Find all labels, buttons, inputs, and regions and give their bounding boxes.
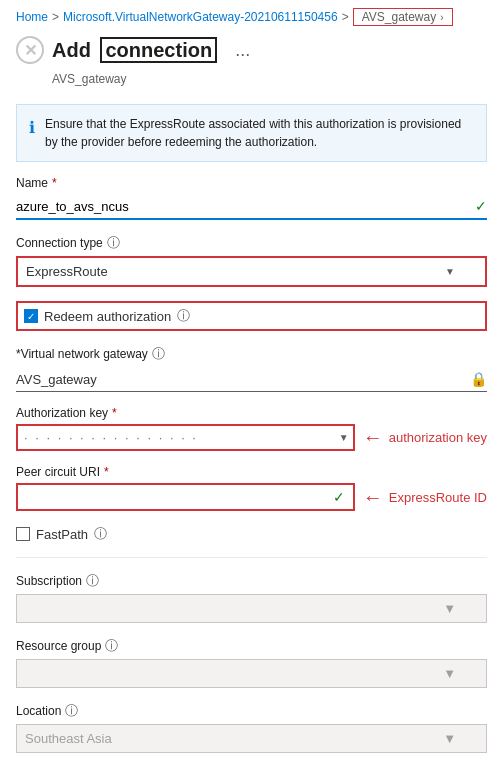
- peer-circuit-group: Peer circuit URI * ✓ ← ExpressRoute ID: [16, 465, 487, 511]
- vnet-gateway-info[interactable]: ⓘ: [152, 345, 165, 363]
- auth-key-label: Authorization key *: [16, 406, 487, 420]
- fastpath-label: FastPath: [36, 527, 88, 542]
- divider: [16, 557, 487, 558]
- title-icon: ✕: [16, 36, 44, 64]
- subscription-chevron: ▼: [443, 601, 456, 616]
- form-section: Name * ✓ Connection type ⓘ ExpressRoute …: [0, 176, 503, 543]
- resource-group-select: ▼: [16, 659, 487, 688]
- page-subtitle: AVS_gateway: [0, 72, 503, 96]
- avs-gateway-badge[interactable]: AVS_gateway ›: [353, 8, 453, 26]
- add-label: Add: [52, 39, 91, 61]
- peer-circuit-arrow: ← ExpressRoute ID: [363, 486, 487, 509]
- vnet-gateway-row: AVS_gateway 🔒: [16, 367, 487, 392]
- resource-group-label: Resource group ⓘ: [16, 637, 487, 655]
- subscription-info[interactable]: ⓘ: [86, 572, 99, 590]
- subscription-group: Subscription ⓘ ▼: [16, 572, 487, 623]
- ellipsis-button[interactable]: ...: [229, 38, 256, 63]
- location-label: Location ⓘ: [16, 702, 487, 720]
- connection-type-group: Connection type ⓘ ExpressRoute ▼: [16, 234, 487, 287]
- page-title-area: ✕ Add connection ...: [0, 30, 503, 72]
- subscription-select: ▼: [16, 594, 487, 623]
- title-text: Add connection: [52, 39, 217, 62]
- avs-badge-chevron: ›: [440, 12, 443, 23]
- location-select[interactable]: Southeast Asia ▼: [16, 724, 487, 753]
- page-wrapper: Home > Microsoft.VirtualNetworkGateway-2…: [0, 0, 503, 774]
- auth-key-arrow: ← authorization key: [363, 426, 487, 449]
- peer-circuit-arrow-icon: ←: [363, 486, 383, 509]
- peer-circuit-annotation-row: ✓ ← ExpressRoute ID: [16, 483, 487, 511]
- auth-key-annotation: authorization key: [389, 430, 487, 445]
- connection-label: connection: [100, 37, 217, 63]
- connection-type-chevron: ▼: [445, 266, 455, 277]
- breadcrumb-sep2: >: [342, 10, 349, 24]
- auth-key-input-wrapper: ▼: [16, 424, 355, 451]
- subscription-label: Subscription ⓘ: [16, 572, 487, 590]
- vnet-gateway-label: *Virtual network gateway ⓘ: [16, 345, 487, 363]
- name-required: *: [52, 176, 57, 190]
- fastpath-info[interactable]: ⓘ: [94, 525, 107, 543]
- info-text: Ensure that the ExpressRoute associated …: [45, 115, 474, 151]
- resource-group-info[interactable]: ⓘ: [105, 637, 118, 655]
- redeem-auth-label: Redeem authorization: [44, 309, 171, 324]
- peer-circuit-check-icon: ✓: [333, 489, 345, 505]
- vnet-gateway-value: AVS_gateway: [16, 372, 97, 387]
- peer-circuit-label: Peer circuit URI *: [16, 465, 487, 479]
- info-box: ℹ Ensure that the ExpressRoute associate…: [16, 104, 487, 162]
- auth-key-arrow-icon: ←: [363, 426, 383, 449]
- name-label: Name *: [16, 176, 487, 190]
- auth-key-chevron: ▼: [339, 432, 349, 443]
- connection-type-value: ExpressRoute: [26, 264, 108, 279]
- auth-key-input[interactable]: [24, 430, 339, 445]
- name-input[interactable]: [16, 199, 475, 214]
- breadcrumb-home[interactable]: Home: [16, 10, 48, 24]
- secondary-form-section: Subscription ⓘ ▼ Resource group ⓘ ▼ Loca…: [0, 572, 503, 753]
- vnet-gateway-group: *Virtual network gateway ⓘ AVS_gateway 🔒: [16, 345, 487, 392]
- lock-icon: 🔒: [470, 371, 487, 387]
- redeem-auth-group: ✓ Redeem authorization ⓘ: [16, 301, 487, 331]
- auth-key-group: Authorization key * ▼ ← authorization ke…: [16, 406, 487, 451]
- connection-type-label: Connection type ⓘ: [16, 234, 487, 252]
- peer-circuit-annotation: ExpressRoute ID: [389, 490, 487, 505]
- auth-key-annotation-row: ▼ ← authorization key: [16, 424, 487, 451]
- info-icon: ℹ: [29, 116, 35, 151]
- fastpath-row: FastPath ⓘ: [16, 525, 487, 543]
- name-input-wrapper: ✓: [16, 194, 487, 220]
- name-check-icon: ✓: [475, 198, 487, 214]
- location-info[interactable]: ⓘ: [65, 702, 78, 720]
- fastpath-checkbox[interactable]: [16, 527, 30, 541]
- redeem-auth-checkbox[interactable]: ✓: [24, 309, 38, 323]
- name-group: Name * ✓: [16, 176, 487, 220]
- location-chevron: ▼: [443, 731, 456, 746]
- connection-type-info[interactable]: ⓘ: [107, 234, 120, 252]
- checkbox-check-icon: ✓: [27, 311, 35, 322]
- breadcrumb-parent[interactable]: Microsoft.VirtualNetworkGateway-20210611…: [63, 10, 338, 24]
- redeem-auth-info[interactable]: ⓘ: [177, 307, 190, 325]
- peer-circuit-input-wrapper: ✓: [16, 483, 355, 511]
- peer-circuit-input[interactable]: [24, 490, 333, 505]
- breadcrumb-sep1: >: [52, 10, 59, 24]
- auth-key-required: *: [112, 406, 117, 420]
- resource-group-chevron: ▼: [443, 666, 456, 681]
- location-group: Location ⓘ Southeast Asia ▼: [16, 702, 487, 753]
- breadcrumb: Home > Microsoft.VirtualNetworkGateway-2…: [0, 0, 503, 30]
- location-value: Southeast Asia: [25, 731, 112, 746]
- peer-circuit-required: *: [104, 465, 109, 479]
- redeem-auth-row[interactable]: ✓ Redeem authorization ⓘ: [16, 301, 487, 331]
- connection-type-select[interactable]: ExpressRoute ▼: [16, 256, 487, 287]
- avs-badge-label: AVS_gateway: [362, 10, 437, 24]
- resource-group-group: Resource group ⓘ ▼: [16, 637, 487, 688]
